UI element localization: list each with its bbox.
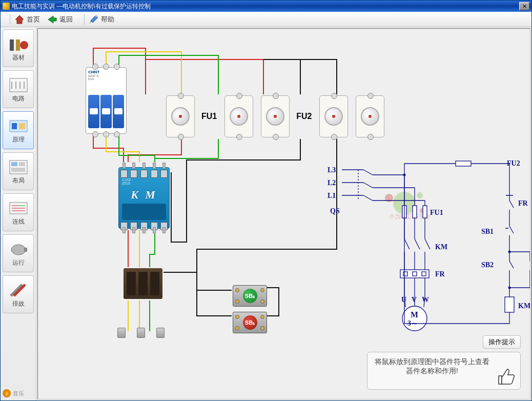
- fuse-fu2-a[interactable]: [319, 95, 348, 137]
- hint-body: 将鼠标放到原理图中器件符号上查看器件名称和作用!: [367, 352, 521, 390]
- pushbutton-sb2[interactable]: SB₂: [233, 285, 267, 307]
- ground-terminals[interactable]: [117, 328, 165, 338]
- svg-rect-11: [11, 162, 17, 166]
- svg-rect-48: [505, 297, 514, 312]
- sidebar-item-label: 连线: [12, 217, 25, 226]
- fu1-label: FU1: [201, 95, 217, 137]
- home-button[interactable]: 首页: [14, 14, 40, 25]
- svg-marker-1: [48, 16, 56, 23]
- svg-text:FR: FR: [518, 199, 528, 207]
- fuse-fu2-b[interactable]: [356, 95, 384, 137]
- svg-rect-29: [413, 206, 417, 218]
- svg-text:KM: KM: [518, 302, 530, 310]
- home-label: 首页: [27, 15, 40, 24]
- svg-rect-36: [422, 272, 426, 276]
- contactor-km[interactable]: CJX22510 K M: [118, 167, 170, 229]
- help-button[interactable]: 帮助: [89, 14, 114, 25]
- sidebar-item-wiring[interactable]: 连线: [3, 193, 34, 231]
- circuit-icon: [8, 76, 29, 94]
- sidebar-item-principle[interactable]: 原理: [3, 111, 34, 149]
- svg-text:U: U: [401, 296, 406, 304]
- svg-rect-12: [19, 162, 25, 166]
- music-icon: ♪: [3, 389, 11, 397]
- sidebar-item-layout[interactable]: 布局: [3, 152, 34, 190]
- svg-rect-30: [423, 206, 427, 218]
- principle-icon: [8, 117, 29, 135]
- canvas[interactable]: CHNT DZ47-6D15 FU1 FU2 CJX22510 K M: [37, 28, 530, 399]
- svg-text:FR: FR: [435, 270, 445, 278]
- svg-rect-35: [413, 272, 417, 276]
- svg-rect-3: [10, 39, 14, 51]
- app-window: 电工技能与实训 —电动机控制\有过载保护运转控制 ✕ 首页 返回 帮助: [0, 0, 532, 401]
- body: 器材 电路 原理 布局: [1, 27, 531, 400]
- fuse-fu1-b[interactable]: [224, 95, 253, 137]
- svg-point-50: [403, 174, 406, 176]
- sidebar-item-label: 排故: [12, 299, 25, 308]
- sidebar-item-label: 原理: [12, 135, 25, 144]
- svg-text:L3: L3: [328, 166, 336, 174]
- svg-point-51: [508, 251, 511, 253]
- tools-icon: [8, 281, 29, 299]
- km-label: K M: [119, 188, 169, 202]
- svg-text:L2: L2: [328, 179, 336, 187]
- sidebar: 器材 电路 原理 布局: [1, 27, 36, 400]
- toolbar: 首页 返回 帮助: [1, 12, 531, 27]
- svg-rect-34: [403, 272, 407, 276]
- fuse-fu1-a[interactable]: [166, 95, 195, 137]
- hint-title[interactable]: 操作提示: [483, 335, 521, 349]
- sb2-cap: SB₂: [243, 289, 257, 303]
- help-label: 帮助: [101, 15, 114, 24]
- titlebar: 电工技能与实训 —电动机控制\有过载保护运转控制 ✕: [1, 1, 531, 12]
- svg-point-52: [508, 287, 511, 289]
- sidebar-item-run[interactable]: 运行: [3, 234, 34, 272]
- circuit-breaker[interactable]: CHNT DZ47-6D15: [86, 67, 127, 134]
- close-button[interactable]: ✕: [519, 2, 529, 10]
- svg-rect-8: [12, 123, 17, 129]
- svg-marker-0: [15, 15, 24, 24]
- fu2-label: FU2: [296, 95, 312, 137]
- svg-text:M: M: [411, 310, 418, 319]
- thumbs-up-icon: [495, 365, 516, 386]
- sidebar-item-label: 运行: [12, 258, 25, 267]
- fuse-row: FU1 FU2: [166, 95, 384, 137]
- svg-point-5: [20, 41, 28, 49]
- hint-panel: 操作提示 将鼠标放到原理图中器件符号上查看器件名称和作用!: [367, 335, 521, 390]
- svg-text:FU1: FU1: [430, 209, 443, 216]
- sidebar-item-troubleshoot[interactable]: 排故: [3, 275, 34, 313]
- app-icon: [3, 3, 10, 10]
- window-title: 电工技能与实训 —电动机控制\有过载保护运转控制: [12, 2, 151, 11]
- svg-rect-6: [10, 78, 27, 92]
- sidebar-item-equipment[interactable]: 器材: [3, 29, 34, 67]
- svg-rect-26: [456, 161, 471, 166]
- svg-point-2: [95, 15, 97, 17]
- back-icon: [47, 14, 57, 25]
- svg-rect-16: [24, 248, 27, 252]
- sidebar-item-circuit[interactable]: 电路: [3, 70, 34, 108]
- svg-text:L1: L1: [328, 192, 336, 199]
- sidebar-item-label: 布局: [12, 176, 25, 185]
- schematic-diagram[interactable]: L3 L2 L1 QS FU2: [328, 159, 530, 339]
- sidebar-item-label: 器材: [12, 53, 25, 62]
- svg-text:SB2: SB2: [481, 261, 494, 269]
- layout-icon: [8, 158, 29, 176]
- svg-rect-4: [16, 39, 20, 51]
- svg-rect-13: [11, 168, 25, 172]
- motor-icon: [8, 240, 29, 258]
- home-icon: [14, 14, 25, 25]
- equipment-icon: [8, 35, 29, 53]
- svg-text:W: W: [422, 296, 429, 304]
- svg-point-15: [11, 245, 26, 255]
- sidebar-item-label: 电路: [12, 94, 25, 103]
- music-button[interactable]: ♪ 音乐: [3, 388, 33, 398]
- back-label: 返回: [59, 15, 73, 24]
- svg-text:V: V: [412, 296, 417, 304]
- pushbutton-sb1[interactable]: SB₁: [233, 312, 267, 333]
- wiring-icon: [8, 199, 29, 217]
- pushbutton-panel: SB₂ SB₁: [233, 285, 266, 338]
- help-icon: [89, 14, 99, 25]
- svg-text:QS: QS: [330, 207, 340, 215]
- sb1-cap: SB₁: [243, 315, 257, 330]
- thermal-relay[interactable]: [124, 268, 162, 299]
- fuse-fu1-c[interactable]: [261, 95, 290, 137]
- back-button[interactable]: 返回: [47, 14, 73, 25]
